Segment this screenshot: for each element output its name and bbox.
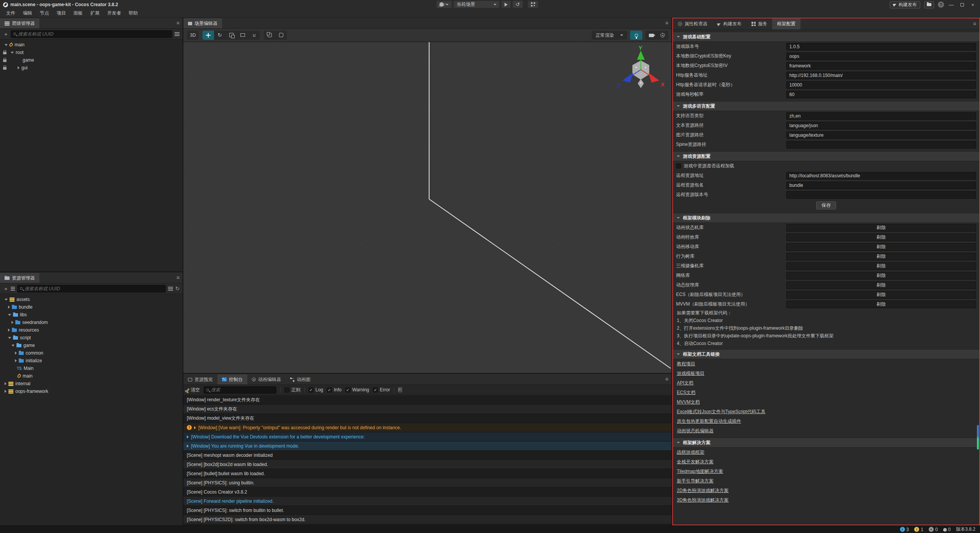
lock-icon[interactable] xyxy=(3,52,7,54)
asset-node-script[interactable]: script xyxy=(0,334,183,342)
assets-collapse-button[interactable] xyxy=(168,287,173,291)
filter-info-checkbox[interactable]: Info xyxy=(327,387,341,392)
asset-node-libs[interactable]: libs xyxy=(0,311,183,319)
menu-edit[interactable]: 编辑 xyxy=(19,10,36,16)
maximize-button[interactable] xyxy=(959,2,965,8)
log-row[interactable]: [Window] render_texture文件夹存在 xyxy=(183,396,671,405)
console-search-input[interactable] xyxy=(211,387,274,392)
view-gizmo[interactable]: Y X Z xyxy=(614,45,668,93)
asset-node-main-scene[interactable]: main xyxy=(0,372,183,380)
remove-module-button[interactable]: 剔除 xyxy=(786,281,976,289)
scene-panel-menu-icon[interactable]: ≡ xyxy=(665,20,668,26)
remove-module-button[interactable]: 剔除 xyxy=(786,224,976,232)
scene-settings-button[interactable] xyxy=(657,31,668,40)
link-animator-editor[interactable]: 动画状态机编辑器 xyxy=(677,428,714,434)
remove-module-button[interactable]: 剔除 xyxy=(786,272,976,280)
inspector-scrollbar[interactable] xyxy=(977,18,979,525)
link-tiledmap-solution[interactable]: Tiledmap地图解决方案 xyxy=(677,468,723,475)
close-button[interactable]: × xyxy=(969,2,976,8)
rect-tool-button[interactable] xyxy=(237,31,248,40)
game-version-input[interactable] xyxy=(786,43,976,51)
remote-version-input[interactable] xyxy=(786,191,976,199)
regex-checkbox[interactable]: 正则 xyxy=(284,387,301,393)
section-solutions[interactable]: 框架解决方案 xyxy=(673,438,979,448)
log-row-info[interactable]: [Scene] Forward render pipeline initiali… xyxy=(183,497,671,506)
save-button[interactable]: 保存 xyxy=(816,201,836,209)
scrollbar-thumb[interactable] xyxy=(977,425,979,450)
log-row[interactable]: [Scene] meshopt wasm decoder initialized xyxy=(183,451,671,460)
minimize-button[interactable]: — xyxy=(948,2,955,8)
menu-file[interactable]: 文件 xyxy=(2,10,19,16)
move-tool-button[interactable] xyxy=(203,31,214,40)
log-row-warning[interactable]: ! [Window] [Vue warn]: Property "onInput… xyxy=(183,423,671,432)
help-button[interactable]: ? xyxy=(938,2,944,8)
filter-log-checkbox[interactable]: Log xyxy=(309,387,323,392)
status-info-counter[interactable]: i 3 xyxy=(900,527,909,532)
add-node-button[interactable]: ＋ xyxy=(3,31,8,37)
tab-property-inspector[interactable]: 属性检查器 xyxy=(673,18,712,29)
assets-search-box[interactable] xyxy=(17,285,166,293)
console-panel-menu-icon[interactable]: ≡ xyxy=(665,376,668,382)
tree-node-game[interactable]: game xyxy=(0,56,183,64)
chevron-right-icon[interactable] xyxy=(8,306,10,309)
coordinate-toggle-button[interactable] xyxy=(275,31,287,40)
tree-node-root[interactable]: root xyxy=(0,49,183,56)
scale-tool-button[interactable] xyxy=(225,31,237,40)
log-row[interactable]: [Scene] [box2d]:box2d wasm lib loaded. xyxy=(183,460,671,469)
chevron-down-icon[interactable] xyxy=(11,52,14,54)
clear-console-button[interactable]: 清空 xyxy=(187,387,200,393)
chevron-right-icon[interactable] xyxy=(8,329,10,332)
menu-node[interactable]: 节点 xyxy=(36,10,53,16)
hierarchy-search-input[interactable] xyxy=(18,31,170,37)
reload-button[interactable]: ↺ xyxy=(513,1,523,8)
asset-node-internal[interactable]: internal xyxy=(0,380,183,387)
expand-icon[interactable] xyxy=(194,426,196,429)
link-template-project[interactable]: 游戏模板项目 xyxy=(677,370,704,377)
log-row-info[interactable]: [Window] Download the Vue Devtools exten… xyxy=(183,432,671,441)
asset-node-initialize[interactable]: initialize xyxy=(0,357,183,365)
tab-framework-config[interactable]: 框架配置 xyxy=(772,18,800,29)
section-i18n-config[interactable]: 游戏多语言配置 xyxy=(673,101,979,111)
section-resource-config[interactable]: 游戏资源配置 xyxy=(673,151,979,161)
console-search-box[interactable] xyxy=(204,386,276,394)
chevron-right-icon[interactable] xyxy=(18,66,20,69)
http-server-input[interactable] xyxy=(786,72,976,79)
menu-help[interactable]: 帮助 xyxy=(125,10,142,16)
build-publish-button[interactable]: 构建发布 xyxy=(890,1,920,8)
asset-node-game[interactable]: game xyxy=(0,342,183,349)
menu-extension[interactable]: 扩展 xyxy=(87,10,103,16)
gizmo-z-cone[interactable] xyxy=(622,73,633,83)
asset-node-resources[interactable]: resources xyxy=(0,326,183,334)
filter-warning-checkbox[interactable]: Warning xyxy=(345,387,369,392)
scene-camera-button[interactable] xyxy=(645,31,657,40)
status-error-counter[interactable]: × 0 xyxy=(929,527,938,532)
remove-module-button[interactable]: 剔除 xyxy=(786,262,976,270)
chevron-down-icon[interactable] xyxy=(8,314,11,316)
menu-project[interactable]: 项目 xyxy=(53,10,70,16)
texture-path-input[interactable] xyxy=(786,131,976,139)
text-path-input[interactable] xyxy=(786,122,976,129)
gizmo-y-cone[interactable] xyxy=(637,51,645,60)
render-mode-dropdown[interactable]: 正常渲染 xyxy=(592,31,627,40)
add-asset-button[interactable]: ＋ xyxy=(3,286,8,291)
remove-module-button[interactable]: 剔除 xyxy=(786,234,976,241)
menu-panel[interactable]: 面板 xyxy=(70,10,87,16)
log-row[interactable]: [Scene] Cocos Creator v3.8.2 xyxy=(183,487,671,497)
tab-animation-graph[interactable]: 动画图 xyxy=(286,374,315,384)
tab-animation-editor[interactable]: 动画编辑器 xyxy=(247,374,286,384)
hierarchy-panel-menu-icon[interactable]: ≡ xyxy=(176,20,180,26)
gizmo-x-cone[interactable] xyxy=(648,73,659,83)
chevron-down-icon[interactable] xyxy=(11,345,15,347)
remote-url-input[interactable] xyxy=(786,172,976,180)
expand-icon[interactable] xyxy=(187,435,189,438)
play-button[interactable] xyxy=(501,1,511,8)
spine-path-input[interactable] xyxy=(786,141,976,149)
rotate-tool-button[interactable]: ↻ xyxy=(214,31,225,40)
chevron-right-icon[interactable] xyxy=(5,382,7,385)
tab-console[interactable]: 控制台 xyxy=(217,374,247,384)
link-mvvm-docs[interactable]: MVVM文档 xyxy=(677,399,700,405)
log-row[interactable]: [Scene] [PHYSICS]: switch from builtin t… xyxy=(183,506,671,515)
remove-module-button[interactable]: 剔除 xyxy=(786,301,976,308)
chevron-right-icon[interactable] xyxy=(15,352,17,355)
log-row[interactable]: [Window] ecs文件夹存在 xyxy=(183,405,671,414)
